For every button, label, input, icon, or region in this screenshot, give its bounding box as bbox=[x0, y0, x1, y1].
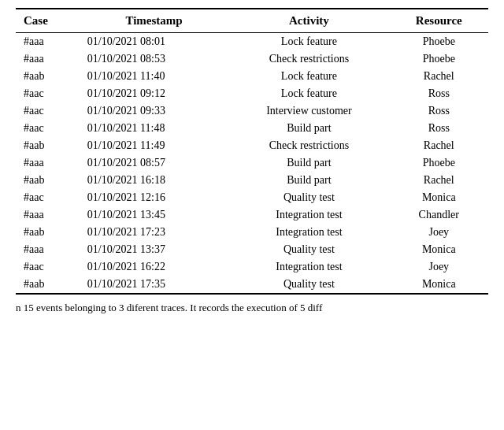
table-row: #aaa01/10/2021 08:01Lock featurePhoebe bbox=[16, 33, 488, 51]
cell-resource: Joey bbox=[390, 224, 488, 241]
table-row: #aac01/10/2021 12:16Quality testMonica bbox=[16, 189, 488, 206]
cell-activity: Lock feature bbox=[228, 85, 389, 102]
cell-activity: Lock feature bbox=[228, 68, 389, 85]
col-header-resource: Resource bbox=[390, 9, 488, 33]
cell-activity: Lock feature bbox=[228, 33, 389, 51]
cell-timestamp: 01/10/2021 09:12 bbox=[80, 85, 228, 102]
table-row: #aaa01/10/2021 13:37Quality testMonica bbox=[16, 241, 488, 258]
cell-activity: Check restrictions bbox=[228, 137, 389, 154]
cell-case: #aac bbox=[16, 120, 80, 137]
cell-case: #aab bbox=[16, 172, 80, 189]
col-header-timestamp: Timestamp bbox=[80, 9, 228, 33]
cell-timestamp: 01/10/2021 08:53 bbox=[80, 50, 228, 68]
cell-timestamp: 01/10/2021 09:33 bbox=[80, 102, 228, 120]
cell-timestamp: 01/10/2021 17:23 bbox=[80, 224, 228, 241]
table-row: #aac01/10/2021 11:48Build partRoss bbox=[16, 120, 488, 137]
cell-activity: Check restrictions bbox=[228, 50, 389, 68]
cell-case: #aab bbox=[16, 276, 80, 294]
table-row: #aaa01/10/2021 08:57Build partPhoebe bbox=[16, 154, 488, 172]
cell-resource: Phoebe bbox=[390, 50, 488, 68]
cell-activity: Quality test bbox=[228, 241, 389, 258]
table-header-row: Case Timestamp Activity Resource bbox=[16, 9, 488, 33]
cell-activity: Integration test bbox=[228, 206, 389, 224]
cell-resource: Ross bbox=[390, 102, 488, 120]
cell-case: #aaa bbox=[16, 154, 80, 172]
cell-resource: Monica bbox=[390, 189, 488, 206]
event-log-table: Case Timestamp Activity Resource #aaa01/… bbox=[16, 8, 488, 295]
cell-case: #aac bbox=[16, 85, 80, 102]
cell-case: #aab bbox=[16, 137, 80, 154]
cell-timestamp: 01/10/2021 12:16 bbox=[80, 189, 228, 206]
footer-text: n 15 events belonging to 3 diferent trac… bbox=[16, 301, 488, 315]
cell-timestamp: 01/10/2021 16:18 bbox=[80, 172, 228, 189]
cell-case: #aac bbox=[16, 258, 80, 276]
cell-timestamp: 01/10/2021 16:22 bbox=[80, 258, 228, 276]
table-row: #aab01/10/2021 17:23Integration testJoey bbox=[16, 224, 488, 241]
cell-activity: Build part bbox=[228, 154, 389, 172]
table-row: #aac01/10/2021 09:12Lock featureRoss bbox=[16, 85, 488, 102]
cell-resource: Phoebe bbox=[390, 33, 488, 51]
cell-timestamp: 01/10/2021 08:57 bbox=[80, 154, 228, 172]
table-row: #aac01/10/2021 09:33Interview customerRo… bbox=[16, 102, 488, 120]
cell-resource: Joey bbox=[390, 258, 488, 276]
cell-case: #aaa bbox=[16, 241, 80, 258]
cell-timestamp: 01/10/2021 13:45 bbox=[80, 206, 228, 224]
table-row: #aac01/10/2021 16:22Integration testJoey bbox=[16, 258, 488, 276]
cell-resource: Ross bbox=[390, 120, 488, 137]
cell-case: #aab bbox=[16, 68, 80, 85]
cell-resource: Monica bbox=[390, 276, 488, 294]
cell-case: #aab bbox=[16, 224, 80, 241]
cell-case: #aaa bbox=[16, 50, 80, 68]
cell-activity: Integration test bbox=[228, 258, 389, 276]
cell-resource: Rachel bbox=[390, 172, 488, 189]
cell-timestamp: 01/10/2021 08:01 bbox=[80, 33, 228, 51]
cell-timestamp: 01/10/2021 13:37 bbox=[80, 241, 228, 258]
cell-activity: Build part bbox=[228, 120, 389, 137]
cell-activity: Quality test bbox=[228, 189, 389, 206]
event-log-table-container: Case Timestamp Activity Resource #aaa01/… bbox=[16, 8, 488, 295]
table-row: #aab01/10/2021 11:49Check restrictionsRa… bbox=[16, 137, 488, 154]
col-header-activity: Activity bbox=[228, 9, 389, 33]
cell-case: #aac bbox=[16, 189, 80, 206]
cell-case: #aac bbox=[16, 102, 80, 120]
table-row: #aab01/10/2021 16:18Build partRachel bbox=[16, 172, 488, 189]
cell-timestamp: 01/10/2021 11:49 bbox=[80, 137, 228, 154]
cell-resource: Monica bbox=[390, 241, 488, 258]
cell-timestamp: 01/10/2021 17:35 bbox=[80, 276, 228, 294]
cell-activity: Interview customer bbox=[228, 102, 389, 120]
cell-case: #aaa bbox=[16, 33, 80, 51]
cell-resource: Phoebe bbox=[390, 154, 488, 172]
table-row: #aab01/10/2021 17:35Quality testMonica bbox=[16, 276, 488, 294]
cell-resource: Rachel bbox=[390, 68, 488, 85]
cell-resource: Chandler bbox=[390, 206, 488, 224]
col-header-case: Case bbox=[16, 9, 80, 33]
cell-case: #aaa bbox=[16, 206, 80, 224]
cell-activity: Integration test bbox=[228, 224, 389, 241]
cell-resource: Rachel bbox=[390, 137, 488, 154]
cell-timestamp: 01/10/2021 11:48 bbox=[80, 120, 228, 137]
cell-resource: Ross bbox=[390, 85, 488, 102]
table-row: #aab01/10/2021 11:40Lock featureRachel bbox=[16, 68, 488, 85]
cell-timestamp: 01/10/2021 11:40 bbox=[80, 68, 228, 85]
cell-activity: Build part bbox=[228, 172, 389, 189]
cell-activity: Quality test bbox=[228, 276, 389, 294]
table-body: #aaa01/10/2021 08:01Lock featurePhoebe#a… bbox=[16, 33, 488, 295]
table-row: #aaa01/10/2021 08:53Check restrictionsPh… bbox=[16, 50, 488, 68]
table-row: #aaa01/10/2021 13:45Integration testChan… bbox=[16, 206, 488, 224]
